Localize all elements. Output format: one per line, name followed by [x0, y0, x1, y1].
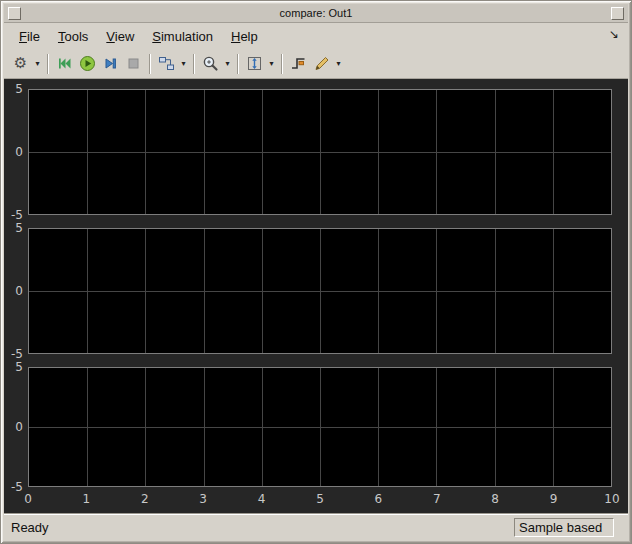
toolbar-separator — [193, 54, 195, 74]
step-forward-icon — [102, 55, 119, 72]
y-tick-label: -5 — [4, 208, 23, 222]
toolbar-separator — [47, 54, 49, 74]
x-tick-label: 6 — [375, 492, 383, 506]
stop-button[interactable] — [122, 52, 145, 75]
grid-line — [29, 291, 611, 292]
scope-window: compare: Out1 File Tools View Simulation… — [0, 0, 632, 544]
scope-plot-2[interactable] — [28, 228, 612, 354]
highlight-block-button[interactable] — [155, 52, 178, 75]
stop-icon — [125, 55, 142, 72]
x-tick-label: 7 — [433, 492, 441, 506]
gear-icon: ⚙ — [14, 55, 27, 72]
x-tick-label: 0 — [24, 492, 32, 506]
y-tick-label: 0 — [4, 420, 23, 434]
toolbar: ⚙ ▾ — [4, 49, 628, 79]
x-tick-label: 4 — [258, 492, 266, 506]
scope-canvas: 012345678910 50-550-550-5 — [4, 79, 628, 513]
x-tick-label: 9 — [550, 492, 558, 506]
dock-arrow-icon[interactable]: ↘ — [609, 27, 619, 41]
menu-help[interactable]: Help — [222, 26, 267, 47]
x-axis: 012345678910 — [28, 492, 612, 507]
y-tick-label: -5 — [4, 347, 23, 361]
y-tick-label: 5 — [4, 221, 23, 235]
pencil-icon — [313, 55, 330, 72]
scope-plot-1[interactable] — [28, 89, 612, 215]
statusbar: Ready Sample based — [4, 513, 628, 540]
highlight-block-dropdown[interactable]: ▾ — [178, 52, 189, 75]
trigger-icon — [290, 55, 307, 72]
step-forward-button[interactable] — [99, 52, 122, 75]
menu-view[interactable]: View — [97, 26, 143, 47]
x-tick-label: 2 — [141, 492, 149, 506]
grid-line — [29, 152, 611, 153]
trigger-button[interactable] — [287, 52, 310, 75]
menubar: File Tools View Simulation Help ↘ — [4, 24, 628, 49]
x-tick-label: 3 — [199, 492, 207, 506]
close-button[interactable] — [611, 7, 624, 20]
block-diagram-icon — [158, 55, 175, 72]
settings-dropdown[interactable]: ▾ — [32, 52, 43, 75]
fit-to-view-icon — [246, 55, 263, 72]
y-tick-label: 5 — [4, 82, 23, 96]
menu-simulation[interactable]: Simulation — [143, 26, 222, 47]
settings-button[interactable]: ⚙ — [9, 52, 32, 75]
step-back-button[interactable] — [53, 52, 76, 75]
zoom-button[interactable] — [199, 52, 222, 75]
zoom-dropdown[interactable]: ▾ — [222, 52, 233, 75]
x-tick-label: 10 — [604, 492, 619, 506]
x-tick-label: 5 — [316, 492, 324, 506]
run-icon — [79, 55, 96, 72]
fit-to-view-dropdown[interactable]: ▾ — [266, 52, 277, 75]
measurements-dropdown[interactable]: ▾ — [333, 52, 344, 75]
window-menu-button[interactable] — [8, 7, 21, 20]
y-tick-label: 5 — [4, 360, 23, 374]
y-tick-label: 0 — [4, 284, 23, 298]
x-tick-label: 8 — [491, 492, 499, 506]
scope-plot-3[interactable] — [28, 367, 612, 487]
step-back-icon — [56, 55, 73, 72]
status-text: Ready — [11, 520, 49, 535]
measurements-button[interactable] — [310, 52, 333, 75]
x-tick-label: 1 — [83, 492, 91, 506]
fit-to-view-button[interactable] — [243, 52, 266, 75]
window-title: compare: Out1 — [25, 7, 607, 19]
magnifier-icon — [202, 55, 219, 72]
grid-line — [29, 427, 611, 428]
toolbar-separator — [281, 54, 283, 74]
menu-file[interactable]: File — [10, 26, 49, 47]
y-tick-label: 0 — [4, 145, 23, 159]
sample-mode-indicator: Sample based — [514, 518, 614, 537]
run-button[interactable] — [76, 52, 99, 75]
toolbar-separator — [149, 54, 151, 74]
y-tick-label: -5 — [4, 480, 23, 494]
toolbar-separator — [237, 54, 239, 74]
titlebar: compare: Out1 — [4, 4, 628, 23]
menu-tools[interactable]: Tools — [49, 26, 97, 47]
